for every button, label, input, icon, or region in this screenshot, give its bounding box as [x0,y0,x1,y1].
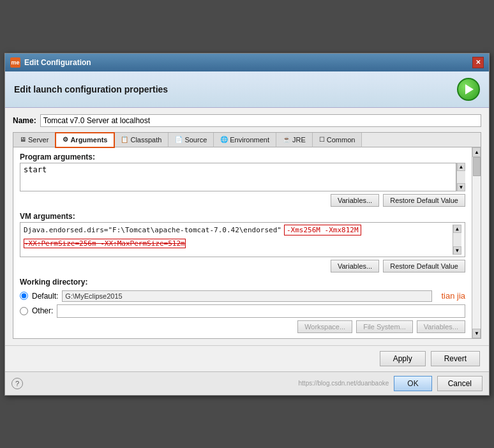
other-dir-input[interactable] [57,304,465,318]
name-input[interactable] [40,114,481,127]
program-args-variables-button[interactable]: Variables... [331,194,379,207]
tab-server-label: Server [28,136,49,144]
classpath-tab-icon: 📋 [121,136,128,143]
vm-args-line2-wrapper: -XX:PermSize=256m -XX:MaxPermSize=512m [24,237,453,248]
working-dir-btn-row: Workspace... File System... Variables... [20,320,465,333]
workspace-button[interactable]: Workspace... [297,320,352,333]
vm-args-box: Djava.endorsed.dirs="F:\Tomcat\apache-to… [20,222,465,257]
apply-button[interactable]: Apply [380,351,426,366]
edit-configuration-dialog: me Edit Configuration ✕ Edit launch conf… [4,53,490,396]
title-bar-left: me Edit Configuration [10,57,91,68]
default-radio-label: Default: [32,292,58,301]
scroll-down-arrow[interactable]: ▼ [457,183,465,191]
revert-button[interactable]: Revert [431,351,480,366]
vm-args-content: Djava.endorsed.dirs="F:\Tomcat\apache-to… [24,225,453,255]
tab-arguments[interactable]: ⚙ Arguments [56,133,114,147]
program-args-btn-row: Variables... Restore Default Value [20,194,465,207]
program-args-restore-button[interactable]: Restore Default Value [383,194,465,207]
tab-jre-label: JRE [292,136,306,144]
tian-jia-text: tian jia [441,291,465,301]
panel-scrollbar[interactable]: ▲ ▼ [472,147,481,338]
scroll-up-arrow[interactable]: ▲ [457,163,465,171]
jre-tab-icon: ☕ [283,136,290,143]
tab-arguments-label: Arguments [70,136,107,144]
working-dir-label: Working directory: [20,278,465,287]
close-button[interactable]: ✕ [472,57,484,68]
ok-button[interactable]: OK [394,376,431,391]
vm-line2: -XX:PermSize=256m -XX:MaxPermSize=512m [24,239,186,248]
tab-bar: 🖥 Server ⚙ Arguments 📋 Classpath 📄 Sourc… [13,133,481,147]
common-tab-icon: ☐ [319,136,325,143]
wd-variables-button[interactable]: Variables... [417,320,465,333]
footer-right: Apply Revert [380,351,480,366]
bottom-right: https://blog.csdn.net/duanbaoke OK Cance… [299,376,483,391]
tab-classpath[interactable]: 📋 Classpath [114,133,168,147]
panel-scroll-track [472,157,481,329]
vm-args-variables-button[interactable]: Variables... [331,260,379,273]
tab-classpath-label: Classpath [130,136,161,144]
dialog-title: Edit Configuration [24,58,91,67]
play-button[interactable] [457,78,480,101]
program-args-input[interactable]: start [20,163,456,191]
cancel-button[interactable]: Cancel [437,376,483,391]
other-radio-label: Other: [32,306,53,315]
name-label: Name: [13,116,36,125]
play-icon [465,84,474,94]
tab-source[interactable]: 📄 Source [168,133,214,147]
vm-scroll-up[interactable]: ▲ [453,225,461,233]
content-area: Name: 🖥 Server ⚙ Arguments 📋 Classpath [5,108,489,345]
footer: Apply Revert [5,345,489,371]
tab-content-wrapper: Program arguments: start ▲ ▼ Variables..… [13,147,481,338]
tab-source-label: Source [184,136,207,144]
vm-args-section: VM arguments: Djava.endorsed.dirs="F:\To… [20,212,465,273]
bottom-bar: ? https://blog.csdn.net/duanbaoke OK Can… [5,371,489,395]
other-radio-row: Other: [20,304,465,318]
default-radio-row: Default: tian jia [20,290,465,302]
vm-args-restore-button[interactable]: Restore Default Value [383,260,465,273]
scroll-track [457,171,465,183]
vm-args-line1: Djava.endorsed.dirs="F:\Tomcat\apache-to… [24,225,453,235]
vm-line1-normal: Djava.endorsed.dirs="F:\Tomcat\apache-to… [24,226,281,234]
tab-common-label: Common [327,136,356,144]
vm-args-label: VM arguments: [20,212,465,221]
program-args-container: start ▲ ▼ [20,163,465,191]
help-button[interactable]: ? [11,378,23,389]
program-args-scrollbar[interactable]: ▲ ▼ [456,163,465,191]
app-icon: me [10,57,20,68]
panel-scroll-up[interactable]: ▲ [472,147,481,157]
source-tab-icon: 📄 [175,136,183,143]
tab-environment-label: Environment [230,136,269,144]
vm-args-btn-row: Variables... Restore Default Value [20,260,465,273]
default-dir-input[interactable] [62,290,432,302]
file-system-button[interactable]: File System... [356,320,413,333]
tab-jre[interactable]: ☕ JRE [276,133,313,147]
header-bar: Edit launch configuration properties [5,71,489,108]
tab-panel: 🖥 Server ⚙ Arguments 📋 Classpath 📄 Sourc… [13,132,481,339]
vm-scroll-track [453,233,461,246]
vm-args-scrollbar[interactable]: ▲ ▼ [453,225,461,255]
title-bar: me Edit Configuration ✕ [5,54,489,71]
working-directory-section: Working directory: Default: tian jia Oth… [20,278,465,333]
tab-environment[interactable]: 🌐 Environment [214,133,276,147]
header-title: Edit launch configuration properties [14,84,168,94]
other-radio[interactable] [20,307,28,315]
tab-content-arguments: Program arguments: start ▲ ▼ Variables..… [13,147,472,338]
default-radio[interactable] [20,292,28,300]
vm-line1-red: -Xms256M -Xmx812M [284,225,361,235]
program-args-section: Program arguments: start ▲ ▼ Variables..… [20,153,465,207]
environment-tab-icon: 🌐 [220,136,228,143]
panel-scroll-thumb [473,157,481,176]
tab-common[interactable]: ☐ Common [313,133,363,147]
tab-server[interactable]: 🖥 Server [13,133,56,147]
panel-scroll-down[interactable]: ▼ [472,329,481,338]
arguments-tab-icon: ⚙ [63,136,68,143]
server-tab-icon: 🖥 [20,136,26,143]
program-args-label: Program arguments: [20,153,465,161]
name-row: Name: [13,114,481,127]
vm-scroll-down[interactable]: ▼ [453,246,461,255]
watermark: https://blog.csdn.net/duanbaoke [299,380,389,387]
